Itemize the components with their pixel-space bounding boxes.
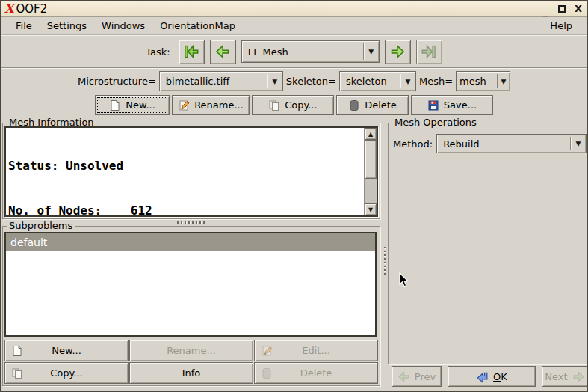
task-back-button[interactable] <box>210 40 236 64</box>
subproblem-copy-button[interactable]: Copy... <box>4 362 129 384</box>
task-last-button <box>416 40 442 64</box>
prev-button: Prev <box>392 366 442 387</box>
subproblem-edit-button: Edit... <box>254 340 378 361</box>
mesh-new-button[interactable]: New... <box>95 95 170 115</box>
mesh-operations-frame: Mesh Operations Method: Rebuild ▼ <box>388 123 588 364</box>
mesh-info-scrollbar[interactable]: ▲ ▼ <box>364 128 377 215</box>
left-pane: Mesh Information Status: Unsolved No. of… <box>1 117 382 391</box>
mesh-actions-row: New... Rename... Copy... Delete <box>1 94 587 117</box>
paned-area: Mesh Information Status: Unsolved No. of… <box>1 117 587 391</box>
chevron-down-icon: ▼ <box>400 78 415 85</box>
skeleton-label: Skeleton= <box>286 76 336 87</box>
chevron-down-icon: ▼ <box>498 78 510 85</box>
new-document-icon <box>11 345 23 357</box>
mesh-label: Mesh= <box>419 76 453 87</box>
ok-button[interactable]: OK <box>448 366 536 387</box>
menu-file[interactable]: File <box>8 19 40 33</box>
method-label: Method: <box>393 138 433 150</box>
scroll-down-icon[interactable]: ▼ <box>365 203 377 215</box>
subproblems-list[interactable]: default <box>4 232 377 337</box>
selector-row: Microstructure= bimetallic.tiff ▼ Skelet… <box>1 69 587 94</box>
scroll-up-icon[interactable]: ▲ <box>365 128 377 140</box>
trash-icon <box>348 99 360 111</box>
subproblem-rename-button: Rename... <box>129 340 253 361</box>
rename-pencil-icon <box>178 99 190 111</box>
list-item-default[interactable]: default <box>6 233 375 251</box>
mesh-information-text: Status: Unsolved No. of Nodes: 612 No. o… <box>6 128 364 215</box>
method-combo[interactable]: Rebuild ▼ <box>436 134 587 153</box>
scrollbar-track[interactable] <box>365 140 377 203</box>
menubar: File Settings Windows OrientationMap Hel… <box>1 17 587 35</box>
oof2-window: X OOF2 _ X File Settings Windows Orienta… <box>0 0 588 392</box>
mesh-value: mesh <box>457 76 497 87</box>
subproblems-frame-label: Subproblems <box>7 220 75 231</box>
info-line: No. of Nodes: 612 <box>8 203 364 215</box>
task-forward-button[interactable] <box>385 40 411 64</box>
skeleton-value: skeleton <box>340 76 400 87</box>
scrollbar-thumb[interactable] <box>365 140 377 179</box>
first-page-arrow-icon <box>184 44 199 59</box>
navigation-buttons-row: Prev OK Next <box>388 364 588 391</box>
subproblem-new-button[interactable]: New... <box>4 340 129 361</box>
titlebar[interactable]: X OOF2 _ X <box>1 1 587 17</box>
copy-pages-icon <box>11 367 23 379</box>
back-arrow-icon <box>215 44 230 59</box>
skeleton-combo[interactable]: skeleton ▼ <box>339 71 416 91</box>
copy-pages-icon <box>268 99 280 111</box>
close-button[interactable]: X <box>572 3 584 15</box>
right-pane: Mesh Operations Method: Rebuild ▼ <box>388 117 588 391</box>
minimize-button[interactable]: _ <box>539 3 551 15</box>
task-label: Task: <box>146 46 170 58</box>
mesh-combo[interactable]: mesh ▼ <box>456 71 510 91</box>
mesh-information-textview[interactable]: Status: Unsolved No. of Nodes: 612 No. o… <box>4 126 378 217</box>
maximize-button[interactable] <box>556 3 568 15</box>
trash-icon <box>261 367 273 379</box>
task-navigation-bar: Task: FE Mesh ▼ <box>1 35 587 68</box>
chevron-down-icon: ▼ <box>267 78 282 85</box>
subproblem-delete-button: Delete <box>254 362 378 384</box>
mesh-information-frame: Mesh Information Status: Unsolved No. of… <box>2 123 380 219</box>
window-title: OOF2 <box>16 2 47 16</box>
next-button: Next <box>542 366 588 387</box>
edit-pencil-icon <box>261 345 273 357</box>
mesh-operations-frame-label: Mesh Operations <box>392 117 479 128</box>
subproblems-frame: Subproblems default New... Rename... <box>2 226 380 386</box>
mesh-save-button[interactable]: Save... <box>411 95 493 115</box>
chevron-down-icon: ▼ <box>571 140 586 147</box>
app-x11-icon: X <box>4 3 13 15</box>
maximize-icon <box>558 5 566 13</box>
menu-windows[interactable]: Windows <box>94 19 152 33</box>
mesh-rename-button[interactable]: Rename... <box>172 95 250 115</box>
prev-arrow-icon <box>397 370 410 383</box>
new-document-icon <box>109 99 121 111</box>
task-combo-value: FE Mesh <box>242 46 363 58</box>
menu-orientationmap[interactable]: OrientationMap <box>152 19 243 33</box>
mesh-delete-button[interactable]: Delete <box>336 95 409 115</box>
mesh-copy-button[interactable]: Copy... <box>252 95 334 115</box>
microstructure-combo[interactable]: bimetallic.tiff ▼ <box>159 71 283 91</box>
menu-help[interactable]: Help <box>542 19 580 33</box>
subproblem-buttons: New... Rename... Edit... <box>4 340 378 384</box>
ok-enter-arrow-icon <box>476 370 489 383</box>
next-arrow-icon <box>572 370 585 383</box>
last-page-arrow-icon <box>421 44 436 59</box>
pane-handle-dots <box>384 247 386 275</box>
method-value: Rebuild <box>437 138 570 150</box>
chevron-down-icon: ▼ <box>364 48 379 55</box>
forward-arrow-icon <box>390 44 405 59</box>
subproblem-info-button[interactable]: Info <box>129 362 253 384</box>
task-first-button[interactable] <box>179 40 205 64</box>
floppy-save-icon <box>427 99 439 111</box>
info-line: Status: Unsolved <box>8 159 364 174</box>
task-combo[interactable]: FE Mesh ▼ <box>241 40 380 63</box>
vertical-pane-handle[interactable] <box>382 117 388 391</box>
main-area: Microstructure= bimetallic.tiff ▼ Skelet… <box>1 68 587 391</box>
pane-handle-dots <box>177 221 205 224</box>
menu-settings[interactable]: Settings <box>40 19 94 33</box>
microstructure-label: Microstructure= <box>78 76 156 87</box>
microstructure-value: bimetallic.tiff <box>160 76 267 87</box>
